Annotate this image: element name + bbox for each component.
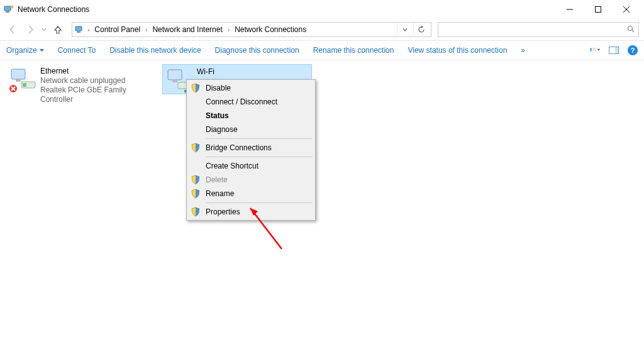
shield-icon — [191, 207, 201, 217]
connect-to-button[interactable]: Connect To — [58, 46, 96, 55]
svg-rect-11 — [590, 48, 592, 49]
connection-wifi-text: Wi-Fi — [197, 67, 214, 77]
up-button[interactable] — [50, 22, 65, 37]
address-bar[interactable]: › Control Panel › Network and Internet ›… — [72, 22, 431, 37]
svg-point-2 — [11, 6, 13, 8]
nav-row: › Control Panel › Network and Internet ›… — [0, 19, 644, 40]
ethernet-name: Ethernet — [40, 67, 152, 76]
recent-locations-button[interactable] — [40, 22, 48, 37]
content-area[interactable]: Ethernet Network cable unplugged Realtek… — [0, 60, 644, 364]
close-button[interactable] — [612, 0, 640, 19]
address-root-icon — [75, 25, 85, 35]
breadcrumb-control-panel[interactable]: Control Panel — [92, 23, 143, 36]
refresh-button[interactable] — [413, 23, 428, 36]
view-options-button[interactable] — [590, 45, 600, 55]
shield-icon — [191, 83, 201, 93]
svg-rect-8 — [77, 31, 80, 33]
minimize-button[interactable] — [555, 0, 584, 19]
shield-icon — [191, 143, 201, 153]
maximize-button[interactable] — [584, 0, 612, 19]
ethernet-adapter-icon — [10, 67, 36, 92]
organize-menu-button[interactable]: Organize — [6, 46, 44, 55]
forward-button[interactable] — [23, 22, 38, 37]
disable-device-button[interactable]: Disable this network device — [109, 46, 201, 55]
chevron-right-icon[interactable]: › — [86, 26, 91, 33]
svg-point-9 — [628, 26, 633, 30]
menu-properties[interactable]: Properties — [188, 205, 314, 219]
menu-diagnose[interactable]: Diagnose — [188, 123, 314, 136]
svg-rect-25 — [172, 80, 177, 82]
menu-delete: Delete — [188, 173, 314, 187]
address-dropdown-button[interactable] — [397, 23, 412, 36]
diagnose-connection-button[interactable]: Diagnose this connection — [215, 46, 299, 55]
preview-pane-button[interactable] — [609, 45, 619, 55]
chevron-right-icon[interactable]: › — [226, 26, 231, 33]
menu-status[interactable]: Status — [188, 109, 314, 123]
window-app-icon — [4, 4, 14, 14]
menu-bridge-connections[interactable]: Bridge Connections — [188, 141, 314, 155]
menu-separator — [206, 202, 313, 203]
svg-rect-20 — [23, 83, 26, 87]
rename-connection-button[interactable]: Rename this connection — [313, 46, 394, 55]
menu-rename[interactable]: Rename — [188, 187, 314, 201]
context-menu: Disable Connect / Disconnect Status Diag… — [186, 79, 316, 221]
ethernet-status: Network cable unplugged — [40, 76, 152, 85]
menu-disable[interactable]: Disable — [188, 81, 314, 95]
shield-icon — [191, 175, 201, 185]
window-title: Network Connections — [18, 5, 89, 14]
breadcrumb-network-internet[interactable]: Network and Internet — [150, 23, 225, 36]
toolbar-overflow-button[interactable]: » — [521, 46, 525, 55]
connection-ethernet[interactable]: Ethernet Network cable unplugged Realtek… — [6, 64, 156, 94]
search-input[interactable] — [438, 22, 639, 37]
wifi-name: Wi-Fi — [197, 67, 214, 77]
search-icon — [627, 25, 635, 35]
back-button[interactable] — [5, 22, 20, 37]
ethernet-adapter: Realtek PCIe GbE Family Controller — [40, 85, 152, 104]
menu-separator — [206, 157, 313, 157]
menu-create-shortcut[interactable]: Create Shortcut — [188, 159, 314, 173]
svg-rect-17 — [11, 69, 25, 79]
svg-rect-4 — [595, 7, 601, 13]
title-bar: Network Connections — [0, 0, 644, 19]
help-button[interactable]: ? — [628, 45, 638, 55]
menu-separator — [206, 138, 313, 139]
menu-connect-disconnect[interactable]: Connect / Disconnect — [188, 95, 314, 109]
command-toolbar: Organize Connect To Disable this network… — [0, 40, 644, 60]
svg-rect-18 — [16, 79, 21, 82]
svg-rect-1 — [6, 11, 9, 13]
svg-rect-7 — [75, 26, 82, 31]
svg-rect-0 — [4, 6, 11, 11]
connection-ethernet-text: Ethernet Network cable unplugged Realtek… — [40, 67, 152, 104]
view-status-button[interactable]: View status of this connection — [408, 46, 507, 55]
error-x-icon — [9, 84, 18, 93]
breadcrumb-network-connections[interactable]: Network Connections — [232, 23, 309, 36]
shield-icon — [191, 189, 201, 199]
svg-rect-16 — [615, 47, 618, 53]
svg-line-10 — [632, 30, 634, 32]
chevron-right-icon[interactable]: › — [144, 26, 148, 33]
svg-rect-12 — [590, 50, 592, 51]
svg-rect-24 — [168, 70, 182, 80]
